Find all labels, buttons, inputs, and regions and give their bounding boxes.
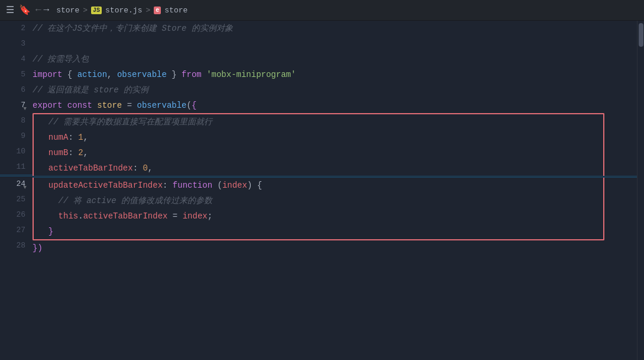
breadcrumb-symbol: store	[164, 6, 187, 15]
close-paren: })	[33, 243, 43, 253]
line-num-11: 11	[0, 159, 25, 175]
space2	[202, 70, 206, 79]
line-num-9: 9	[0, 128, 25, 144]
code-line-24: updateActiveTabBarIndex : function ( ind…	[34, 178, 603, 193]
code-line-3	[33, 36, 637, 52]
close-brace: }	[48, 227, 53, 236]
code-line-4: // 按需导入包	[33, 52, 637, 67]
bookmark-icon[interactable]: 🔖	[19, 4, 31, 16]
breadcrumb-store-text: store	[56, 6, 79, 15]
action-text: action	[77, 70, 107, 79]
titlebar: ☰ 🔖 ← → store > JS store.js > e store	[0, 0, 644, 21]
import-keyword: import	[33, 70, 62, 79]
code-line-26: this . activeTabBarIndex = index ;	[34, 208, 603, 224]
activeTabBarIndex-prop: activeTabBarIndex	[48, 163, 133, 173]
forward-button[interactable]: →	[44, 5, 50, 15]
code-line-27: }	[34, 224, 603, 239]
brace-close: }	[167, 70, 182, 79]
line-num-5: 5	[0, 67, 25, 82]
code-line-9: numA : 1 ,	[34, 130, 603, 145]
scrollbar[interactable]	[637, 21, 644, 360]
line-num-26: 26	[0, 207, 25, 223]
editor: 2 3 4 5 6 7▼ 8 9 10 11 24▼ 25 26 27	[0, 21, 644, 360]
menu-icon[interactable]: ☰	[6, 4, 14, 16]
numA-val: 1	[78, 133, 83, 142]
line-num-10: 10	[0, 144, 25, 159]
line-num-7: 7▼	[0, 98, 25, 113]
const-keyword: const	[67, 101, 92, 110]
line-num-27: 27	[0, 223, 25, 238]
code-content: // 在这个JS文件中，专门来创建 Store 的实例对象 // 按需导入包 i…	[33, 21, 637, 360]
export-keyword: export	[33, 101, 62, 110]
numB-prop: numB	[48, 148, 69, 158]
line-num-4: 4	[0, 52, 25, 67]
line-num-8: 8	[0, 113, 25, 128]
observable-call: observable	[137, 101, 186, 110]
activeTabBarIndex-assign: activeTabBarIndex	[83, 211, 168, 221]
index-param: index	[222, 181, 247, 190]
line-num-2: 2	[0, 21, 25, 36]
pink-border-top: // 需要共享的数据直接写在配置项里面就行 numA : 1 , numB	[33, 113, 604, 176]
observable-text: observable	[117, 70, 167, 79]
nav-buttons: ← →	[35, 5, 49, 15]
comment-line2: // 在这个JS文件中，专门来创建 Store 的实例对象	[33, 23, 233, 34]
module-string: 'mobx-miniprogram'	[206, 70, 296, 79]
code-line-25: // 将 active 的值修改成传过来的参数	[34, 193, 603, 208]
code-line-7: export const store = observable ( {	[33, 98, 637, 113]
scrollbar-thumb[interactable]	[639, 23, 643, 47]
code-line-28: })	[33, 240, 637, 256]
line-num-6: 6	[0, 82, 25, 98]
breadcrumb-sep1: >	[83, 6, 88, 15]
curly-open: {	[192, 101, 196, 110]
code-line-8: // 需要共享的数据直接写在配置项里面就行	[34, 114, 603, 130]
index-value: index	[183, 211, 208, 221]
code-line-10: numB : 2 ,	[34, 145, 603, 160]
store-badge: e	[154, 7, 161, 14]
comment-line4: // 按需导入包	[33, 54, 89, 65]
breadcrumb-sep2: >	[145, 6, 150, 15]
comment-line6: // 返回值就是 store 的实例	[33, 85, 148, 95]
back-button[interactable]: ←	[35, 5, 41, 15]
comment-line25: // 将 active 的值修改成传过来的参数	[59, 195, 212, 206]
code-line-11: activeTabBarIndex : 0 ,	[34, 160, 603, 176]
code-line-5: import { action , observable } from 'mob…	[33, 67, 637, 82]
numA-prop: numA	[48, 133, 69, 142]
from-keyword: from	[182, 70, 202, 79]
line-num-28: 28	[0, 238, 25, 253]
line-num-3: 3	[0, 36, 25, 52]
line-numbers: 2 3 4 5 6 7▼ 8 9 10 11 24▼ 25 26 27	[0, 21, 33, 360]
space1	[62, 70, 67, 79]
activeTabBarIndex-val: 0	[143, 163, 147, 173]
this-keyword: this	[59, 211, 79, 221]
paren-open: (	[187, 101, 192, 110]
app-container: ☰ 🔖 ← → store > JS store.js > e store 2 …	[0, 0, 644, 360]
comma1: ,	[107, 70, 117, 79]
updateFunc-prop: updateActiveTabBarIndex	[48, 181, 163, 190]
js-badge: JS	[91, 7, 102, 14]
brace-open: {	[67, 70, 77, 79]
store-var: store	[97, 101, 122, 110]
pink-border-bottom: updateActiveTabBarIndex : function ( ind…	[33, 178, 604, 240]
code-line-6: // 返回值就是 store 的实例	[33, 82, 637, 98]
code-line-2: // 在这个JS文件中，专门来创建 Store 的实例对象	[33, 21, 637, 36]
function-keyword: function	[173, 181, 212, 190]
breadcrumb: store > JS store.js > e store	[56, 6, 187, 15]
line-num-25: 25	[0, 192, 25, 207]
breadcrumb-filename: store.js	[105, 6, 142, 15]
comment-line8: // 需要共享的数据直接写在配置项里面就行	[38, 117, 212, 127]
numB-val: 2	[78, 148, 83, 158]
line-num-24: 24▼	[0, 176, 25, 192]
